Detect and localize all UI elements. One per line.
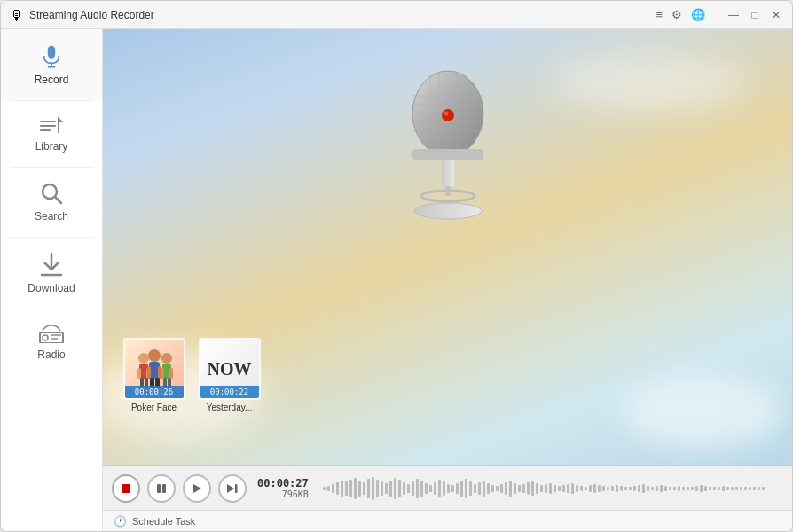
svg-rect-44	[161, 368, 164, 379]
sidebar-download-label: Download	[27, 282, 75, 294]
track-duration-yesterday: 00:00:22	[200, 386, 259, 398]
recording-size: 796KB	[282, 489, 309, 499]
schedule-bar[interactable]: 🕐 Schedule Task	[103, 510, 792, 531]
background-area: 00:00:26 Poker Face NOW 00:00:22 Yesterd…	[103, 29, 792, 466]
next-icon	[226, 483, 239, 494]
stop-button[interactable]	[112, 474, 140, 503]
svg-rect-12	[40, 332, 63, 343]
search-icon	[40, 182, 63, 205]
track-card-yesterday[interactable]: NOW 00:00:22 Yesterday...	[196, 338, 263, 412]
globe-icon[interactable]: 🌐	[691, 8, 705, 21]
next-button[interactable]	[218, 474, 247, 503]
track-duration-poker-face: 00:00:26	[125, 386, 184, 398]
svg-point-38	[148, 349, 161, 362]
radio-icon	[38, 324, 65, 343]
svg-point-42	[161, 353, 172, 364]
sidebar-library-label: Library	[35, 140, 68, 153]
track-thumbnail-yesterday: NOW 00:00:22	[199, 338, 261, 400]
svg-line-9	[55, 197, 61, 203]
title-bar-controls: — □ ✕	[726, 8, 783, 22]
track-card-poker-face[interactable]: 00:00:26 Poker Face	[121, 338, 187, 412]
svg-marker-55	[193, 484, 201, 493]
svg-point-27	[442, 109, 454, 121]
track-thumbnail-poker-face: 00:00:26	[123, 338, 185, 400]
sidebar-record-label: Record	[35, 74, 69, 86]
svg-point-13	[43, 335, 48, 340]
microphone-svg	[390, 65, 506, 260]
now-text: NOW	[208, 359, 252, 379]
svg-point-33	[414, 203, 482, 219]
svg-marker-56	[227, 484, 234, 493]
maximize-button[interactable]: □	[748, 8, 762, 22]
title-bar: 🎙 Streaming Audio Recorder ≡ ⚙ 🌐 — □ ✕	[1, 1, 792, 29]
play-button[interactable]	[183, 474, 211, 503]
pause-button[interactable]	[147, 474, 176, 503]
library-icon	[40, 115, 63, 135]
svg-rect-54	[162, 484, 166, 493]
pause-icon	[156, 483, 167, 494]
app-window: 🎙 Streaming Audio Recorder ≡ ⚙ 🌐 — □ ✕	[0, 0, 793, 532]
svg-rect-29	[412, 149, 483, 160]
mic-icon	[39, 43, 64, 68]
main-content: Record Library	[1, 29, 792, 531]
play-icon	[192, 483, 202, 494]
svg-rect-0	[48, 46, 55, 59]
sidebar-radio-label: Radio	[37, 348, 65, 361]
app-icon: 🎙	[10, 8, 24, 22]
svg-rect-3	[40, 121, 56, 122]
track-name-poker-face: Poker Face	[123, 403, 185, 412]
app-title: Streaming Audio Recorder	[29, 9, 154, 21]
control-bar: 00:00:27 796KB	[103, 466, 792, 510]
svg-rect-45	[169, 368, 173, 379]
close-button[interactable]: ✕	[769, 8, 783, 22]
cloud-right	[624, 377, 783, 448]
download-icon	[40, 252, 63, 277]
menu-icon[interactable]: ≡	[656, 8, 663, 21]
stop-icon	[122, 484, 130, 493]
cloud-top	[553, 56, 748, 109]
recording-time: 00:00:27	[257, 477, 309, 489]
track-name-yesterday: Yesterday...	[199, 403, 261, 412]
sidebar: Record Library	[1, 29, 103, 531]
title-bar-left: 🎙 Streaming Audio Recorder	[10, 8, 154, 22]
svg-rect-57	[235, 484, 238, 493]
svg-rect-36	[137, 368, 141, 379]
schedule-label: Schedule Task	[132, 516, 195, 527]
clock-icon: 🕐	[114, 515, 127, 528]
tracks-row: 00:00:26 Poker Face NOW 00:00:22 Yesterd…	[121, 338, 263, 412]
microphone	[390, 65, 506, 263]
sidebar-item-library[interactable]: Library	[1, 101, 102, 167]
sidebar-item-radio[interactable]: Radio	[1, 309, 102, 375]
sidebar-search-label: Search	[35, 210, 68, 223]
svg-rect-4	[40, 125, 56, 127]
minimize-button[interactable]: —	[726, 8, 741, 22]
sidebar-item-download[interactable]: Download	[1, 238, 102, 309]
svg-rect-40	[147, 366, 151, 379]
settings-icon[interactable]: ⚙	[671, 8, 682, 21]
svg-point-28	[444, 112, 448, 116]
waveform-display	[323, 475, 783, 502]
svg-rect-30	[442, 160, 454, 186]
title-bar-icons: ≡ ⚙ 🌐	[656, 8, 705, 21]
svg-rect-53	[157, 484, 161, 493]
svg-point-34	[138, 353, 149, 364]
sidebar-item-search[interactable]: Search	[1, 168, 102, 237]
sidebar-item-record[interactable]: Record	[1, 29, 102, 100]
svg-rect-52	[122, 484, 130, 493]
svg-rect-5	[40, 129, 51, 131]
content-area: 00:00:26 Poker Face NOW 00:00:22 Yesterd…	[103, 29, 792, 531]
time-info: 00:00:27 796KB	[257, 477, 309, 499]
